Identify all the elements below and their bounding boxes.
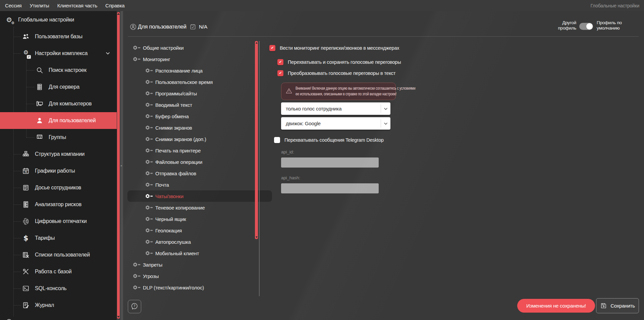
profile-toggle[interactable] [579,23,593,30]
main-panel: Для пользователей N/A Другой профиль Про… [123,11,644,320]
tree-item-screenshots[interactable]: Снимки экранов [127,122,272,133]
sidebar-item-user-lists[interactable]: Списки пользователей [0,246,117,263]
tree-scrollbar-thumb[interactable] [255,41,258,239]
tree-item-general[interactable]: Общие настройки [127,42,260,53]
sidebar-item-label: Для пользователей [49,118,96,124]
sidebar-item-db-maintenance[interactable]: Работа с базой [0,263,117,280]
sidebar-item-groups[interactable]: Группы [0,129,117,146]
toggle-knob[interactable] [586,23,593,30]
menubar: СессияУтилитыКлиентская частьСправка Гло… [0,0,644,11]
help-button[interactable]: ? [128,300,141,313]
api-hash-input[interactable] [281,183,379,193]
tree-item-black-box[interactable]: Черный ящик [127,213,272,225]
checkbox-telegram-desktop[interactable] [274,137,280,143]
settings-node-icon [145,137,153,141]
tree-item-programs-sites[interactable]: Программы/сайты [127,88,272,99]
tree-item-face-recognition[interactable]: Распознавание лица [127,65,272,76]
sidebar-scrollbar-thumb[interactable] [117,12,120,319]
settings-node-icon [133,45,141,50]
sidebar-item-for-users[interactable]: Для пользователей [0,112,117,129]
svg-text:?: ? [133,304,135,308]
settings-node-icon [145,68,153,73]
sidebar-item-sql-console[interactable]: SQL-консоль [0,280,117,297]
tree-item-label: Теневое копирование [155,205,205,211]
checkbox-save-voice[interactable] [277,59,283,65]
save-button[interactable]: Сохранить [596,298,639,313]
settings-node-icon [133,262,141,267]
group-board-icon [35,133,44,142]
tree-item-restrictions[interactable]: Запреты [127,259,260,270]
sidebar-item-label: Цифровые отпечатки [35,218,87,224]
voice-source-select[interactable]: только голос сотрудника [281,102,390,115]
menu-item-3[interactable]: Справка [101,3,128,8]
tree-item-auto-listening[interactable]: Автопрослушка [127,236,272,247]
tree-item-file-operations[interactable]: Файловые операции [127,156,272,168]
settings-node-icon [145,239,153,244]
sidebar-item-settings-search[interactable]: Поиск настроек [0,62,117,79]
org-chart-icon [21,150,30,158]
sidebar-item-label: Структура компании [35,151,85,157]
sidebar-item-journal[interactable]: Журнал [0,297,117,314]
gears-icon: ⚙⚙ [5,15,13,24]
sidebar-item-label: Списки пользователей [35,252,90,258]
settings-node-icon [145,114,153,119]
chevron-down-icon[interactable] [381,104,390,113]
splitter-handle-icon[interactable]: ▸ [121,164,122,167]
sidebar-item-company-structure[interactable]: Структура компании [0,146,117,163]
tree-item-clipboard[interactable]: Буфер обмена [127,110,272,122]
sidebar-item-tariffs[interactable]: $ Тарифы [0,230,117,246]
settings-node-icon [145,91,153,96]
sidebar-item-complex-settings[interactable]: ⚙✔ Настройки комплекса [0,45,117,62]
tree-item-shadow-copy[interactable]: Теневое копирование [127,202,272,213]
sidebar-item-label: Для сервера [49,84,79,90]
bars-list-icon [21,200,30,209]
sidebar-item-for-server[interactable]: Для сервера [0,79,117,95]
menu-item-0[interactable]: Сессия [1,3,25,8]
chevron-down-icon[interactable] [381,119,390,128]
checkbox-label: Перехватывать и сохранять голосовые пере… [288,59,401,65]
sidebar-item-for-computers[interactable]: Для компьютеров [0,95,117,112]
checkbox-voice-to-text[interactable] [277,70,283,76]
server-icon [35,83,44,91]
checkbox-monitor-messengers[interactable] [269,45,275,51]
sidebar-item-digital-fingerprints[interactable]: Цифровые отпечатки [0,213,117,230]
menu-item-1[interactable]: Утилиты [25,3,53,8]
sidebar-item-employee-dossier[interactable]: Досье сотрудников [0,179,117,196]
api-id-input[interactable] [281,157,379,168]
tree-item-mobile-client[interactable]: Мобильный клиент [127,247,272,259]
tree-item-dlp[interactable]: DLP (текст/картинки/голос) [127,282,260,293]
settings-node-icon [145,159,153,164]
sidebar-item-label: Работа с базой [35,269,71,275]
sidebar-item-label: Для компьютеров [49,101,92,107]
chevron-down-icon[interactable] [105,51,110,57]
sidebar-item-db-users[interactable]: Пользователи базы [0,28,117,45]
tree-item-threats[interactable]: Угрозы [127,270,260,282]
settings-node-icon [145,171,153,176]
settings-node-icon [145,205,153,210]
tree-item-chats-calls[interactable]: Чаты/звонки [127,190,272,202]
tree-item-geolocation[interactable]: Геолокация [127,225,272,236]
tree-item-label: Автопрослушка [155,239,191,245]
computer-icon [35,99,44,108]
menu-item-2[interactable]: Клиентская часть [53,3,101,8]
sidebar-item-partial-bottom[interactable] [0,314,117,320]
tree-item-printing[interactable]: Печать на принтере [127,145,272,156]
panel-splitter[interactable]: ▸ [120,11,123,320]
tree-item-monitoring[interactable]: Мониторинг [127,53,260,65]
tree-item-screenshots-ext[interactable]: Снимки экранов (доп.) [127,133,272,145]
sidebar-item-global-settings[interactable]: ⚙⚙ Глобальные настройки [0,11,117,28]
speech-engine-select[interactable]: движок: Google [281,117,390,130]
tree-item-label: Общие настройки [143,45,184,51]
sidebar-item-risk-analyzer[interactable]: Анализатор рисков [0,196,117,213]
tree-item-file-sending[interactable]: Отправка файлов [127,168,272,179]
tree-item-mail[interactable]: Почта [127,179,272,190]
page-title: Для пользователей [138,24,186,30]
tree-item-typed-text[interactable]: Вводимый текст [127,99,272,110]
table-x-icon [21,250,30,259]
sidebar-scrollbar [117,11,120,320]
sidebar-item-work-schedules[interactable]: 31 Графики работы [0,163,117,179]
tree-item-user-time[interactable]: Пользовательское время [127,76,272,88]
sidebar-item-label: Группы [49,134,66,140]
tree-item-label: Программы/сайты [155,91,197,96]
journal-icon [21,301,30,310]
